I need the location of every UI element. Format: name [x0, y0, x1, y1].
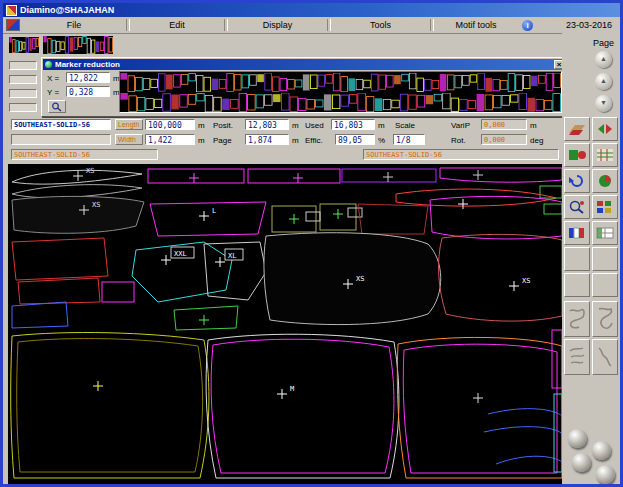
used-unit: m — [378, 119, 385, 130]
menu-separator — [327, 19, 331, 31]
menu-tools[interactable]: Tools — [333, 18, 428, 32]
world-map-button — [592, 339, 618, 375]
menu-display[interactable]: Display — [230, 18, 325, 32]
scroll-up-button[interactable]: ▲ — [595, 51, 612, 68]
length-field[interactable]: 100,000 — [145, 119, 195, 130]
used-field[interactable]: 16,803 — [331, 119, 375, 130]
tool-pieces-button[interactable] — [564, 143, 590, 167]
rot-label: Rot. — [451, 134, 466, 145]
plaid-icon — [595, 147, 615, 163]
date-display: 23-03-2016 — [566, 20, 620, 30]
y-input[interactable]: 0,328 — [66, 86, 110, 97]
tool-flag-button[interactable] — [564, 221, 590, 245]
page-field-label: Page — [213, 134, 232, 145]
table-icon — [595, 225, 615, 241]
marker-name-field-2[interactable] — [11, 134, 111, 145]
page-label: Page — [593, 38, 614, 48]
menu-separator — [430, 19, 434, 31]
length-unit: m — [198, 119, 205, 130]
left-mini-field[interactable] — [9, 89, 37, 98]
document-icon[interactable] — [6, 19, 20, 31]
scale-field[interactable]: 1/8 — [393, 134, 425, 145]
sphere-button[interactable] — [572, 453, 591, 472]
world-map-button — [592, 301, 618, 337]
info-icon[interactable]: i — [522, 20, 533, 31]
tool-arrows-button[interactable] — [592, 117, 618, 141]
effic-field[interactable]: 89,05 — [335, 134, 375, 145]
flag-icon — [567, 225, 587, 241]
marker-thumbnail[interactable] — [43, 36, 113, 54]
svg-text:L: L — [212, 207, 216, 215]
rot-unit: deg — [530, 134, 543, 145]
length-label: Length — [115, 119, 143, 130]
marker-canvas[interactable]: XSXSLXXLXLXSXSM — [8, 164, 564, 484]
marker-filmstrip[interactable] — [119, 71, 562, 113]
right-toolbar: Page ▲ ▲ ▼ — [562, 33, 620, 487]
sphere-button[interactable] — [596, 465, 615, 484]
tool-disabled-button — [564, 247, 590, 271]
tool-zoom-button[interactable] — [564, 195, 590, 219]
fabric-icon — [567, 121, 587, 137]
tool-disabled-button — [564, 273, 590, 297]
x-input[interactable]: 12,822 — [66, 72, 110, 83]
tool-disabled-button — [592, 247, 618, 271]
page-field[interactable]: 1,874 — [245, 134, 289, 145]
menu-edit[interactable]: Edit — [132, 18, 222, 32]
varip-field[interactable]: 0,000 — [481, 119, 527, 130]
marker-thumbnail-small[interactable] — [9, 37, 39, 53]
dialog-icon — [45, 61, 52, 68]
dialog-title-bar[interactable]: Marker reduction × — [43, 59, 565, 70]
width-field[interactable]: 1,422 — [145, 134, 195, 145]
sphere-button[interactable] — [592, 441, 611, 460]
marker-name-field[interactable]: SOUTHEAST-SOLID-56 — [11, 119, 111, 130]
app-icon — [6, 5, 17, 16]
x-label: X = — [47, 72, 59, 83]
sphere-button[interactable] — [568, 429, 587, 448]
varip-unit: m — [530, 119, 537, 130]
window-title: Diamino@SHAJAHAN — [20, 5, 114, 15]
rot-field[interactable]: 0,000 — [481, 134, 527, 145]
menu-file[interactable]: File — [24, 18, 124, 32]
posit-field[interactable]: 12,803 — [245, 119, 289, 130]
world-map-icon — [595, 343, 615, 371]
svg-text:XXL: XXL — [174, 250, 187, 258]
scroll-down-button[interactable]: ▼ — [595, 95, 612, 112]
magnifier-icon — [567, 199, 587, 215]
tool-disabled-button — [592, 273, 618, 297]
svg-text:XS: XS — [522, 277, 530, 285]
dialog-title: Marker reduction — [55, 60, 120, 69]
tool-table-button[interactable] — [592, 221, 618, 245]
menu-bar: File Edit Display Tools Motif tools i 23… — [3, 17, 620, 34]
tool-fabric-button[interactable] — [564, 117, 590, 141]
menu-separator — [224, 19, 228, 31]
world-map-button — [564, 301, 590, 337]
posit-label: Posit. — [213, 119, 233, 130]
world-map-icon — [567, 305, 587, 333]
pieces-icon — [567, 147, 587, 163]
posit-unit: m — [292, 119, 299, 130]
tool-rotate-button[interactable] — [564, 169, 590, 193]
left-mini-field[interactable] — [9, 75, 37, 84]
left-mini-field[interactable] — [9, 103, 37, 112]
tool-pie-button[interactable] — [592, 169, 618, 193]
file-path-left[interactable]: SOUTHEAST-SOLID-56 — [11, 149, 158, 160]
page-unit: m — [292, 134, 299, 145]
file-path-right[interactable]: SOUTHEAST-SOLID-56 — [363, 149, 559, 160]
width-unit: m — [198, 134, 205, 145]
pie-chart-icon — [595, 173, 615, 189]
title-bar[interactable]: Diamino@SHAJAHAN — [3, 3, 620, 17]
grid-icon — [595, 199, 615, 215]
tool-plaid-button[interactable] — [592, 143, 618, 167]
svg-text:XL: XL — [228, 252, 236, 260]
scroll-mid-button[interactable]: ▲ — [595, 73, 612, 90]
application-window: Diamino@SHAJAHAN File Edit Display Tools… — [0, 0, 623, 487]
world-map-icon — [567, 343, 587, 371]
world-map-button — [564, 339, 590, 375]
left-mini-field[interactable] — [9, 61, 37, 70]
tool-grid-button[interactable] — [592, 195, 618, 219]
world-map-icon — [595, 305, 615, 333]
arrows-icon — [595, 121, 615, 137]
effic-unit: % — [378, 134, 385, 145]
menu-motif-tools[interactable]: Motif tools — [436, 18, 516, 32]
zoom-button[interactable] — [48, 100, 66, 113]
